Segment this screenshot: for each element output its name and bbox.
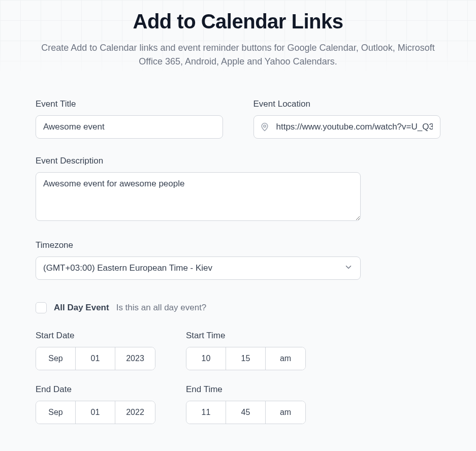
- segmented-end-time: 11 45 am: [186, 401, 306, 424]
- end-time-hour[interactable]: 11: [186, 401, 226, 424]
- field-event-description: Event Description: [36, 156, 361, 223]
- checkbox-all-day-event[interactable]: [36, 302, 47, 313]
- svg-point-0: [263, 125, 265, 127]
- hint-all-day-event: Is this an all day event?: [116, 303, 207, 313]
- group-end-date: End Date Sep 01 2022: [36, 384, 155, 424]
- input-event-title[interactable]: [36, 115, 223, 139]
- start-date-day[interactable]: 01: [76, 347, 115, 370]
- end-date-year[interactable]: 2022: [115, 401, 155, 424]
- select-timezone-wrap: (GMT+03:00) Eastern European Time - Kiev: [36, 256, 361, 280]
- start-time-minute[interactable]: 15: [226, 347, 266, 370]
- page-title: Add to Calendar Links: [36, 10, 440, 33]
- end-time-ampm[interactable]: am: [266, 401, 305, 424]
- label-start-date: Start Date: [36, 331, 155, 341]
- select-timezone[interactable]: (GMT+03:00) Eastern European Time - Kiev: [36, 256, 361, 280]
- label-event-title: Event Title: [36, 99, 223, 109]
- field-event-location: Event Location: [253, 99, 441, 139]
- field-event-title: Event Title: [36, 99, 223, 139]
- group-start-date: Start Date Sep 01 2023: [36, 331, 155, 370]
- label-event-description: Event Description: [36, 156, 361, 166]
- select-timezone-value: (GMT+03:00) Eastern European Time - Kiev: [43, 263, 212, 273]
- input-event-description[interactable]: [36, 172, 361, 221]
- input-wrap-event-location: [253, 115, 441, 139]
- start-date-month[interactable]: Sep: [36, 347, 76, 370]
- end-time-minute[interactable]: 45: [226, 401, 266, 424]
- start-time-hour[interactable]: 10: [186, 347, 226, 370]
- label-end-date: End Date: [36, 384, 155, 395]
- group-end-time: End Time 11 45 am: [186, 384, 306, 424]
- input-event-location[interactable]: [253, 115, 441, 139]
- end-date-month[interactable]: Sep: [36, 401, 76, 424]
- row-start-datetime: Start Date Sep 01 2023 Start Time 10 15 …: [36, 331, 440, 370]
- field-timezone: Timezone (GMT+03:00) Eastern European Ti…: [36, 240, 440, 280]
- segmented-end-date: Sep 01 2022: [36, 401, 155, 424]
- row-all-day-event: All Day Event Is this an all day event?: [36, 302, 440, 313]
- group-start-time: Start Time 10 15 am: [186, 331, 306, 370]
- label-all-day-event: All Day Event: [54, 303, 109, 313]
- form-container: Add to Calendar Links Create Add to Cale…: [0, 0, 476, 424]
- start-date-year[interactable]: 2023: [115, 347, 155, 370]
- page-subtitle: Create Add to Calendar links and event r…: [36, 41, 440, 69]
- chevron-down-icon: [344, 263, 353, 274]
- label-end-time: End Time: [186, 384, 306, 395]
- end-date-day[interactable]: 01: [76, 401, 115, 424]
- label-event-location: Event Location: [253, 99, 441, 109]
- row-title-location: Event Title Event Location: [36, 99, 440, 139]
- location-pin-icon: [260, 122, 270, 132]
- segmented-start-date: Sep 01 2023: [36, 347, 155, 370]
- segmented-start-time: 10 15 am: [186, 347, 306, 370]
- label-start-time: Start Time: [186, 331, 306, 341]
- label-timezone: Timezone: [36, 240, 440, 250]
- start-time-ampm[interactable]: am: [266, 347, 305, 370]
- row-end-datetime: End Date Sep 01 2022 End Time 11 45 am: [36, 384, 440, 424]
